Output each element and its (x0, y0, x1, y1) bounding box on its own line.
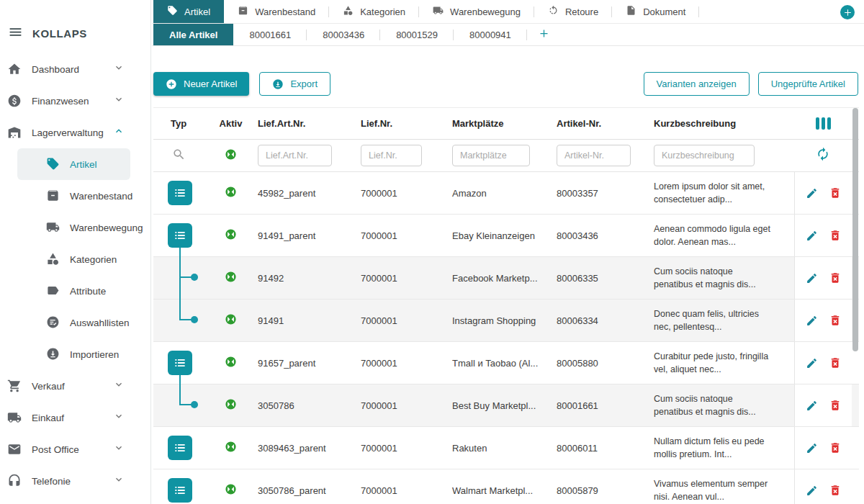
sidebar-item-warenbestand[interactable]: Warenbestand (17, 180, 130, 212)
sidebar-item-label: Artikel (70, 159, 97, 170)
filter-marktplaetze-input[interactable] (452, 145, 530, 166)
tab-label: Dokument (643, 6, 685, 17)
vertical-scrollbar (852, 105, 858, 504)
cell-lief-art-nr: 3050786_parent (258, 485, 361, 496)
sidebar-item-attribute[interactable]: Attribute (17, 275, 130, 307)
sidebar-item-kategorien[interactable]: Kategorien (17, 243, 130, 275)
sidebar-item-artikel[interactable]: Artikel (17, 148, 130, 180)
cell-kurzbeschreibung: Donec quam felis, ultricies nec, pellent… (654, 307, 794, 333)
sidebar-item-label: Kategorien (70, 254, 117, 265)
variant-list-icon[interactable] (168, 436, 192, 460)
delete-icon[interactable] (829, 186, 842, 199)
col-lief-art-nr: Lief.Art.Nr. (258, 118, 361, 129)
main-tabbar: Artikel Warenbestand Kategorien Warenbew… (152, 0, 864, 24)
unchecked-articles-button[interactable]: Ungeprüfte Artikel (758, 72, 858, 96)
delete-icon[interactable] (829, 356, 842, 369)
sidebar-item-finanzwesen[interactable]: Finanzwesen (0, 85, 150, 117)
chevron-down-icon (113, 62, 125, 76)
sidebar-item-label: Attribute (70, 286, 106, 297)
delete-icon[interactable] (829, 484, 842, 497)
col-marktplaetze: Marktplätze (452, 118, 557, 129)
delete-icon[interactable] (829, 441, 842, 454)
tree-connector (179, 384, 181, 405)
edit-icon[interactable] (806, 187, 818, 199)
table-row: 3089463_parent 7000001 Rakuten 80006011 … (153, 427, 859, 469)
tab-kategorien[interactable]: Kategorien (329, 0, 419, 23)
show-variants-button[interactable]: Varianten anzeigen (644, 72, 750, 96)
tab-dokument[interactable]: Dokument (612, 0, 699, 23)
filter-lief-nr-input[interactable] (361, 145, 422, 166)
filter-lief-art-nr-input[interactable] (258, 145, 332, 166)
cell-artikel-nr: 80005880 (557, 358, 654, 369)
tag-icon (167, 5, 178, 18)
scrollbar-thumb[interactable] (852, 108, 858, 351)
filter-artikel-nr-input[interactable] (557, 145, 631, 166)
return-icon (548, 5, 559, 18)
active-status-icon (225, 271, 237, 285)
cell-kurzbeschreibung: Aenean commodo ligula eget dolor. Aenean… (654, 222, 794, 248)
cell-marktplatz: Ebay Kleinanzeigen (452, 230, 557, 241)
delete-icon[interactable] (829, 314, 842, 327)
edit-icon[interactable] (806, 485, 818, 497)
refresh-icon[interactable] (816, 147, 830, 164)
sidebar-item-post-office[interactable]: Post Office (0, 433, 150, 465)
subtab-80000941[interactable]: 80000941 (454, 24, 527, 45)
tree-connector (179, 300, 181, 320)
variant-list-icon[interactable] (168, 478, 192, 503)
edit-icon[interactable] (806, 442, 818, 454)
sidebar-item-dashboard[interactable]: Dashboard (0, 53, 150, 85)
edit-icon[interactable] (806, 230, 818, 242)
active-status-icon (225, 398, 237, 413)
sidebar-item-importieren[interactable]: Importieren (17, 338, 130, 370)
tab-retoure[interactable]: Retoure (534, 0, 612, 23)
sidebar-item-einkauf[interactable]: Einkauf (0, 402, 150, 433)
table-header: Typ Aktiv Lief.Art.Nr. Lief.Nr. Marktplä… (153, 108, 859, 140)
sidebar: KOLLAPS Dashboard Finanzwesen Lagerverwa… (0, 0, 151, 504)
sidebar-item-warenbewegung[interactable]: Warenbewegung (17, 212, 130, 243)
subtab-80001661[interactable]: 80001661 (233, 24, 307, 45)
headset-icon (7, 474, 22, 488)
edit-icon[interactable] (806, 357, 818, 369)
subtab-80001529[interactable]: 80001529 (380, 24, 454, 45)
chevron-down-icon (113, 379, 125, 393)
sidebar-item-label: Lagerverwaltung (32, 127, 104, 138)
new-article-button[interactable]: Neuer Artikel (153, 72, 249, 96)
add-article-tab-button[interactable] (527, 24, 561, 45)
delete-icon[interactable] (829, 229, 842, 242)
cell-artikel-nr: 80001661 (557, 400, 654, 411)
variant-list-icon[interactable] (168, 351, 192, 375)
edit-icon[interactable] (806, 400, 818, 412)
sidebar-item-label: Einkauf (32, 413, 64, 423)
columns-icon[interactable] (816, 117, 831, 130)
sidebar-item-auswahllisten[interactable]: Auswahllisten (17, 307, 130, 338)
active-filter-icon[interactable] (225, 148, 237, 163)
delete-icon[interactable] (829, 271, 842, 284)
delete-icon[interactable] (829, 399, 842, 412)
cell-lief-art-nr: 91491 (258, 315, 361, 326)
edit-icon[interactable] (806, 315, 818, 327)
sidebar-item-label: Post Office (32, 444, 79, 455)
cell-marktplatz: Facebook Marketp... (452, 273, 557, 284)
menu-icon[interactable] (8, 24, 23, 42)
sidebar-item-telefonie[interactable]: Telefonie (0, 465, 150, 497)
sidebar-item-lagerverwaltung[interactable]: Lagerverwaltung (0, 117, 150, 148)
tab-label: Warenbestand (255, 6, 315, 17)
plus-circle-icon[interactable] (840, 5, 855, 19)
sidebar-item-verkauf[interactable]: Verkauf (0, 370, 150, 402)
active-status-icon (225, 356, 237, 370)
export-button[interactable]: Export (259, 72, 330, 96)
cell-kurzbeschreibung: Nullam dictum felis eu pede mollis preti… (654, 435, 794, 461)
variant-list-icon[interactable] (168, 181, 192, 205)
subtab-80003436[interactable]: 80003436 (307, 24, 380, 45)
tab-artikel[interactable]: Artikel (153, 0, 224, 23)
edit-icon[interactable] (806, 272, 818, 284)
tab-warenbestand[interactable]: Warenbestand (224, 0, 329, 23)
tab-warenbewegung[interactable]: Warenbewegung (419, 0, 534, 23)
tab-label: Kategorien (360, 6, 405, 17)
active-status-icon (225, 313, 237, 328)
variant-list-icon[interactable] (168, 223, 192, 248)
subtab-alle-artikel[interactable]: Alle Artikel (153, 24, 233, 45)
col-aktiv: Aktiv (204, 118, 258, 129)
table-row: 91657_parent 7000001 Tmall и Taobao (Al.… (153, 342, 859, 384)
filter-kurzbeschreibung-input[interactable] (654, 145, 755, 166)
